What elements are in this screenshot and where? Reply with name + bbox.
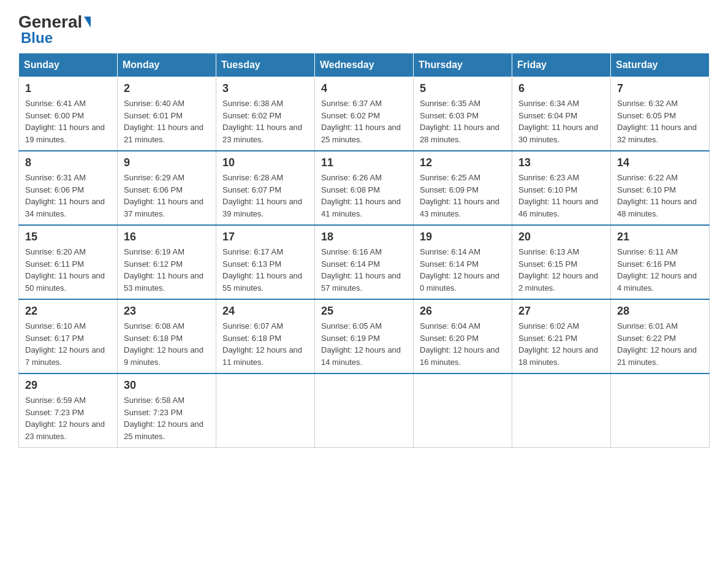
day-info: Sunrise: 6:22 AM Sunset: 6:10 PM Dayligh… — [617, 172, 703, 220]
day-number: 16 — [124, 231, 210, 243]
day-number: 25 — [321, 305, 407, 318]
day-info: Sunrise: 6:20 AM Sunset: 6:11 PM Dayligh… — [25, 246, 111, 294]
calendar-day-cell: 12 Sunrise: 6:25 AM Sunset: 6:09 PM Dayl… — [414, 151, 512, 225]
logo-blue-label: Blue — [21, 29, 53, 47]
calendar-day-cell: 23 Sunrise: 6:08 AM Sunset: 6:18 PM Dayl… — [118, 299, 216, 373]
day-number: 10 — [222, 156, 308, 169]
calendar-day-cell: 17 Sunrise: 6:17 AM Sunset: 6:13 PM Dayl… — [216, 225, 315, 299]
calendar-day-cell: 9 Sunrise: 6:29 AM Sunset: 6:06 PM Dayli… — [118, 151, 216, 225]
day-info: Sunrise: 6:17 AM Sunset: 6:13 PM Dayligh… — [222, 246, 308, 294]
day-number: 13 — [518, 156, 604, 169]
day-number: 1 — [25, 82, 111, 95]
day-number: 18 — [321, 231, 407, 243]
day-info: Sunrise: 6:41 AM Sunset: 6:00 PM Dayligh… — [25, 98, 111, 145]
day-number: 3 — [222, 82, 308, 95]
calendar-day-cell: 1 Sunrise: 6:41 AM Sunset: 6:00 PM Dayli… — [19, 77, 118, 151]
day-info: Sunrise: 6:13 AM Sunset: 6:15 PM Dayligh… — [518, 246, 604, 294]
calendar-day-cell: 27 Sunrise: 6:02 AM Sunset: 6:21 PM Dayl… — [512, 299, 611, 373]
calendar-day-cell: 3 Sunrise: 6:38 AM Sunset: 6:02 PM Dayli… — [216, 77, 315, 151]
day-number: 14 — [617, 156, 703, 169]
calendar-week-row: 29 Sunrise: 6:59 AM Sunset: 7:23 PM Dayl… — [19, 373, 710, 448]
header-wednesday: Wednesday — [315, 53, 414, 77]
calendar-day-cell: 21 Sunrise: 6:11 AM Sunset: 6:16 PM Dayl… — [611, 225, 710, 299]
calendar-day-cell — [611, 373, 710, 448]
calendar-day-cell: 26 Sunrise: 6:04 AM Sunset: 6:20 PM Dayl… — [414, 299, 512, 373]
day-info: Sunrise: 6:11 AM Sunset: 6:16 PM Dayligh… — [617, 246, 703, 294]
day-number: 8 — [25, 156, 111, 169]
day-info: Sunrise: 6:28 AM Sunset: 6:07 PM Dayligh… — [222, 172, 308, 220]
calendar-day-cell: 19 Sunrise: 6:14 AM Sunset: 6:14 PM Dayl… — [414, 225, 512, 299]
calendar-day-cell: 6 Sunrise: 6:34 AM Sunset: 6:04 PM Dayli… — [512, 77, 611, 151]
day-info: Sunrise: 6:02 AM Sunset: 6:21 PM Dayligh… — [518, 320, 604, 368]
day-info: Sunrise: 6:01 AM Sunset: 6:22 PM Dayligh… — [617, 320, 703, 368]
calendar-week-row: 22 Sunrise: 6:10 AM Sunset: 6:17 PM Dayl… — [19, 299, 710, 373]
calendar-day-cell: 14 Sunrise: 6:22 AM Sunset: 6:10 PM Dayl… — [611, 151, 710, 225]
day-number: 9 — [124, 156, 210, 169]
calendar-day-cell: 29 Sunrise: 6:59 AM Sunset: 7:23 PM Dayl… — [19, 373, 118, 448]
day-info: Sunrise: 6:31 AM Sunset: 6:06 PM Dayligh… — [25, 172, 111, 220]
day-info: Sunrise: 6:07 AM Sunset: 6:18 PM Dayligh… — [222, 320, 308, 368]
logo: General Blue — [18, 12, 91, 47]
calendar-week-row: 15 Sunrise: 6:20 AM Sunset: 6:11 PM Dayl… — [19, 225, 710, 299]
calendar-day-cell: 4 Sunrise: 6:37 AM Sunset: 6:02 PM Dayli… — [315, 77, 414, 151]
day-number: 29 — [25, 379, 111, 392]
day-info: Sunrise: 6:35 AM Sunset: 6:03 PM Dayligh… — [420, 98, 506, 145]
day-info: Sunrise: 6:38 AM Sunset: 6:02 PM Dayligh… — [222, 98, 308, 145]
calendar-day-cell — [414, 373, 512, 448]
day-number: 2 — [124, 82, 210, 95]
day-info: Sunrise: 6:04 AM Sunset: 6:20 PM Dayligh… — [420, 320, 506, 368]
day-number: 22 — [25, 305, 111, 318]
calendar-day-cell: 28 Sunrise: 6:01 AM Sunset: 6:22 PM Dayl… — [611, 299, 710, 373]
day-info: Sunrise: 6:14 AM Sunset: 6:14 PM Dayligh… — [420, 246, 506, 294]
day-number: 7 — [617, 82, 703, 95]
header-saturday: Saturday — [611, 53, 710, 77]
calendar-day-cell: 24 Sunrise: 6:07 AM Sunset: 6:18 PM Dayl… — [216, 299, 315, 373]
calendar-day-cell: 7 Sunrise: 6:32 AM Sunset: 6:05 PM Dayli… — [611, 77, 710, 151]
calendar-week-row: 1 Sunrise: 6:41 AM Sunset: 6:00 PM Dayli… — [19, 77, 710, 151]
calendar-day-cell: 5 Sunrise: 6:35 AM Sunset: 6:03 PM Dayli… — [414, 77, 512, 151]
day-info: Sunrise: 6:37 AM Sunset: 6:02 PM Dayligh… — [321, 98, 407, 145]
day-number: 23 — [124, 305, 210, 318]
day-number: 27 — [518, 305, 604, 318]
calendar-day-cell — [512, 373, 611, 448]
day-number: 11 — [321, 156, 407, 169]
calendar-week-row: 8 Sunrise: 6:31 AM Sunset: 6:06 PM Dayli… — [19, 151, 710, 225]
day-info: Sunrise: 6:58 AM Sunset: 7:23 PM Dayligh… — [124, 394, 210, 442]
calendar-day-cell: 25 Sunrise: 6:05 AM Sunset: 6:19 PM Dayl… — [315, 299, 414, 373]
calendar-day-cell: 8 Sunrise: 6:31 AM Sunset: 6:06 PM Dayli… — [19, 151, 118, 225]
calendar-day-cell: 16 Sunrise: 6:19 AM Sunset: 6:12 PM Dayl… — [118, 225, 216, 299]
calendar-day-cell: 13 Sunrise: 6:23 AM Sunset: 6:10 PM Dayl… — [512, 151, 611, 225]
day-number: 12 — [420, 156, 506, 169]
header-monday: Monday — [118, 53, 216, 77]
day-number: 6 — [518, 82, 604, 95]
calendar-day-cell: 30 Sunrise: 6:58 AM Sunset: 7:23 PM Dayl… — [118, 373, 216, 448]
day-info: Sunrise: 6:40 AM Sunset: 6:01 PM Dayligh… — [124, 98, 210, 145]
calendar-day-cell: 18 Sunrise: 6:16 AM Sunset: 6:14 PM Dayl… — [315, 225, 414, 299]
day-number: 15 — [25, 231, 111, 243]
logo-triangle-icon — [84, 17, 91, 28]
day-info: Sunrise: 6:32 AM Sunset: 6:05 PM Dayligh… — [617, 98, 703, 145]
page-header: General Blue — [18, 12, 710, 47]
calendar-table: Sunday Monday Tuesday Wednesday Thursday… — [18, 53, 710, 448]
calendar-day-cell: 2 Sunrise: 6:40 AM Sunset: 6:01 PM Dayli… — [118, 77, 216, 151]
calendar-day-cell: 11 Sunrise: 6:26 AM Sunset: 6:08 PM Dayl… — [315, 151, 414, 225]
day-number: 28 — [617, 305, 703, 318]
calendar-day-cell: 15 Sunrise: 6:20 AM Sunset: 6:11 PM Dayl… — [19, 225, 118, 299]
day-info: Sunrise: 6:19 AM Sunset: 6:12 PM Dayligh… — [124, 246, 210, 294]
day-number: 5 — [420, 82, 506, 95]
header-thursday: Thursday — [414, 53, 512, 77]
header-sunday: Sunday — [19, 53, 118, 77]
day-info: Sunrise: 6:34 AM Sunset: 6:04 PM Dayligh… — [518, 98, 604, 145]
header-tuesday: Tuesday — [216, 53, 315, 77]
day-number: 26 — [420, 305, 506, 318]
day-number: 21 — [617, 231, 703, 243]
header-friday: Friday — [512, 53, 611, 77]
day-info: Sunrise: 6:25 AM Sunset: 6:09 PM Dayligh… — [420, 172, 506, 220]
day-info: Sunrise: 6:16 AM Sunset: 6:14 PM Dayligh… — [321, 246, 407, 294]
calendar-header-row: Sunday Monday Tuesday Wednesday Thursday… — [19, 53, 710, 77]
day-number: 4 — [321, 82, 407, 95]
day-info: Sunrise: 6:29 AM Sunset: 6:06 PM Dayligh… — [124, 172, 210, 220]
day-info: Sunrise: 6:08 AM Sunset: 6:18 PM Dayligh… — [124, 320, 210, 368]
day-number: 30 — [124, 379, 210, 392]
calendar-day-cell — [216, 373, 315, 448]
